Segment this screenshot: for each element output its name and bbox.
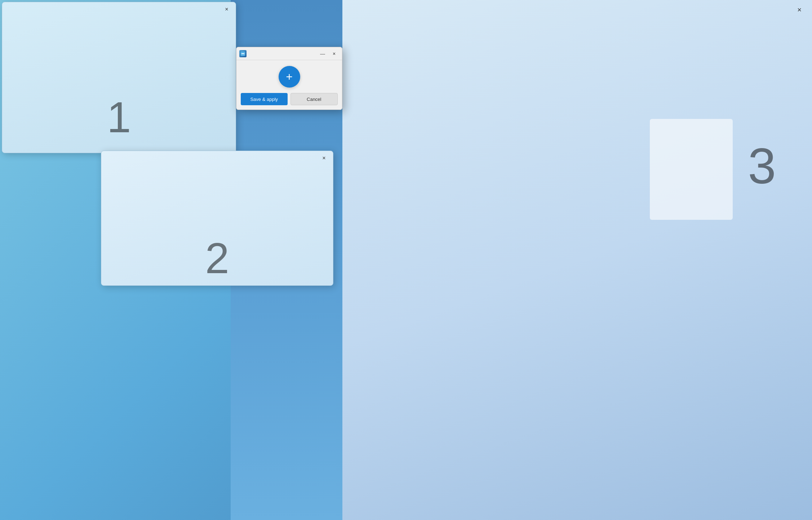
dialog-titlebar: — × (236, 47, 342, 60)
window-2-close-button[interactable]: × (319, 153, 329, 164)
cancel-button[interactable]: Cancel (290, 93, 338, 105)
window-2-titlebar: × (101, 151, 333, 165)
window-1-titlebar: × (2, 2, 236, 17)
right-background (340, 0, 812, 520)
dialog-title-left (239, 50, 247, 57)
plus-icon: + (286, 71, 293, 83)
right-panel-close-button[interactable]: × (794, 4, 805, 15)
window-1-close-button[interactable]: × (221, 4, 232, 15)
dialog-add-button[interactable]: + (279, 66, 300, 88)
dialog-app-icon (239, 50, 247, 57)
dialog-close-button[interactable]: × (329, 50, 339, 58)
dialog-body: + (236, 60, 342, 93)
window-1-number: 1 (107, 92, 131, 142)
right-panel-card (650, 119, 733, 220)
dialog-window: — × + Save & apply Cancel (236, 47, 342, 110)
save-apply-button[interactable]: Save & apply (241, 93, 288, 105)
dialog-controls: — × (318, 50, 339, 58)
window-1: × 1 (2, 2, 236, 153)
dialog-minimize-button[interactable]: — (318, 50, 328, 58)
svg-rect-1 (241, 53, 244, 54)
dialog-actions: Save & apply Cancel (236, 93, 342, 110)
right-panel-number: 3 (748, 137, 776, 195)
window-2-number: 2 (205, 233, 229, 283)
window-2: × 2 (101, 151, 333, 286)
